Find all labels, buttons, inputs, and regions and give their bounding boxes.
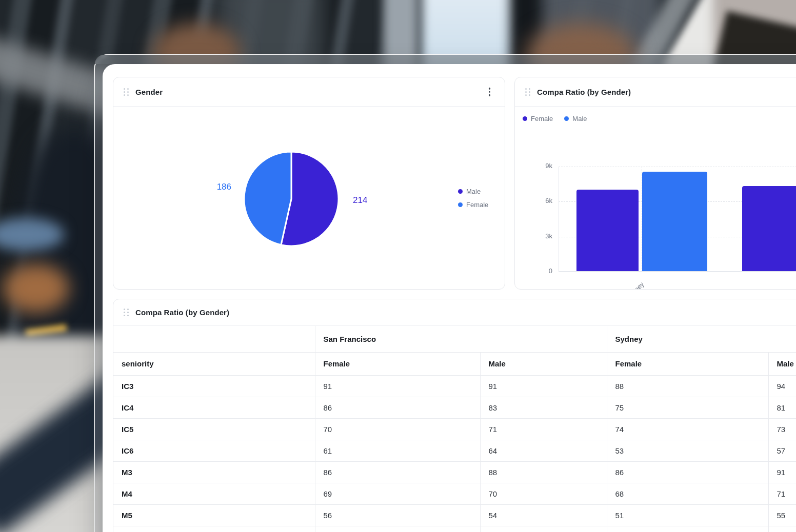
compa-ratio-bar-card: Compa Ratio (by Gender) Female Male Sydn <box>514 77 796 290</box>
card-title: Gender <box>135 88 163 96</box>
value-cell: 53 <box>607 440 768 461</box>
pie-value-male: 214 <box>353 195 367 206</box>
kebab-menu-icon[interactable] <box>487 86 493 98</box>
legend-dot-male <box>458 189 463 194</box>
value-cell: 71 <box>768 483 796 504</box>
table-row[interactable]: IC570717473 <box>113 418 796 440</box>
window-frame-top-band <box>95 55 796 64</box>
y-axis-tick: 0 <box>528 267 552 275</box>
table-row[interactable]: M556545155 <box>113 504 796 526</box>
table-group-header-row: San Francisco Sydney <box>113 326 796 352</box>
column-header-sydney-female: Female <box>607 352 768 375</box>
seniority-cell: M5 <box>113 504 315 526</box>
gender-card: Gender 186 214 Male Female <box>113 77 505 290</box>
seniority-cell: IC4 <box>113 397 315 418</box>
bar-sydney-male[interactable] <box>642 172 707 271</box>
seniority-cell: IC6 <box>113 440 315 461</box>
bar-san-francisco-female[interactable] <box>742 186 796 271</box>
drag-handle-icon[interactable] <box>124 309 129 316</box>
card-title: Compa Ratio (by Gender) <box>135 308 229 317</box>
value-cell: 55 <box>768 504 796 526</box>
compa-ratio-bar-chart[interactable]: Sydney San Francisco 9k6k3k0 <box>559 167 796 272</box>
legend-item-female[interactable]: Female <box>458 201 488 209</box>
card-title: Compa Ratio (by Gender) <box>537 88 631 96</box>
gender-pie-chart[interactable] <box>243 150 340 248</box>
legend-item-male[interactable]: Male <box>458 188 488 195</box>
value-cell: 57 <box>768 440 796 461</box>
group-header-san-francisco: San Francisco <box>315 326 607 352</box>
y-axis-tick: 3k <box>528 232 552 240</box>
table-row[interactable]: M469706871 <box>113 483 796 504</box>
value-cell: 83 <box>480 397 607 418</box>
legend-dot-female <box>523 116 527 121</box>
seniority-cell: M3 <box>113 461 315 483</box>
bar-card-header: Compa Ratio (by Gender) <box>515 77 796 107</box>
table-row[interactable]: IC486837581 <box>113 397 796 418</box>
column-header-sf-male: Male <box>480 352 607 375</box>
value-cell: 73 <box>768 418 796 440</box>
table-row[interactable]: M386888691 <box>113 461 796 483</box>
drag-handle-icon[interactable] <box>124 88 129 96</box>
legend-item-male[interactable]: Male <box>564 115 587 122</box>
value-cell: 74 <box>607 418 768 440</box>
value-cell: 75 <box>607 397 768 418</box>
y-axis-tick: 9k <box>528 162 552 170</box>
value-cell: 56 <box>315 504 480 526</box>
column-header-sydney-male: Male <box>768 352 796 375</box>
value-cell: 70 <box>315 418 480 440</box>
value-cell: 88 <box>480 461 607 483</box>
dashboard-window: Gender 186 214 Male Female <box>103 64 796 532</box>
table-card-header: Compa Ratio (by Gender) <box>113 299 796 326</box>
value-cell: 51 <box>607 504 768 526</box>
seniority-cell: M4 <box>113 483 315 504</box>
value-cell: 88 <box>607 375 768 397</box>
value-cell: 64 <box>480 440 607 461</box>
legend-dot-female <box>458 202 463 207</box>
value-cell: 86 <box>315 397 480 418</box>
value-cell: 71 <box>480 418 607 440</box>
value-cell: 91 <box>315 375 480 397</box>
gender-card-header: Gender <box>113 77 505 107</box>
value-cell: 91 <box>480 375 607 397</box>
value-cell: 68 <box>607 483 768 504</box>
bar-legend: Female Male <box>523 115 587 122</box>
compa-ratio-table: San Francisco Sydney seniority Female Ma… <box>113 326 796 532</box>
value-cell: 69 <box>315 483 480 504</box>
pie-value-female: 186 <box>201 182 231 192</box>
y-axis-tick: 6k <box>528 197 552 204</box>
table-row-partial <box>113 526 796 532</box>
table-row[interactable]: IC661645357 <box>113 440 796 461</box>
seniority-cell: IC5 <box>113 418 315 440</box>
seniority-cell: IC3 <box>113 375 315 397</box>
x-axis-label-san-francisco: San Francisco <box>782 275 796 290</box>
compa-ratio-table-card: Compa Ratio (by Gender) San Francisco Sy… <box>113 299 796 532</box>
value-cell: 54 <box>480 504 607 526</box>
legend-dot-male <box>564 116 569 121</box>
value-cell: 91 <box>768 461 796 483</box>
group-header-sydney: Sydney <box>607 326 796 352</box>
column-header-sf-female: Female <box>315 352 480 375</box>
table-row[interactable]: IC391918894 <box>113 375 796 397</box>
value-cell: 70 <box>480 483 607 504</box>
bar-sydney-female[interactable] <box>576 190 639 271</box>
value-cell: 86 <box>315 461 480 483</box>
column-header-seniority: seniority <box>113 352 315 375</box>
value-cell: 61 <box>315 440 480 461</box>
value-cell: 86 <box>607 461 768 483</box>
value-cell: 81 <box>768 397 796 418</box>
legend-item-female[interactable]: Female <box>523 115 553 122</box>
x-axis-label-sydney: Sydney <box>625 281 645 290</box>
drag-handle-icon[interactable] <box>525 88 531 96</box>
pie-legend: Male Female <box>458 188 488 209</box>
table-subheader-row: seniority Female Male Female Male <box>113 352 796 375</box>
value-cell: 94 <box>768 375 796 397</box>
